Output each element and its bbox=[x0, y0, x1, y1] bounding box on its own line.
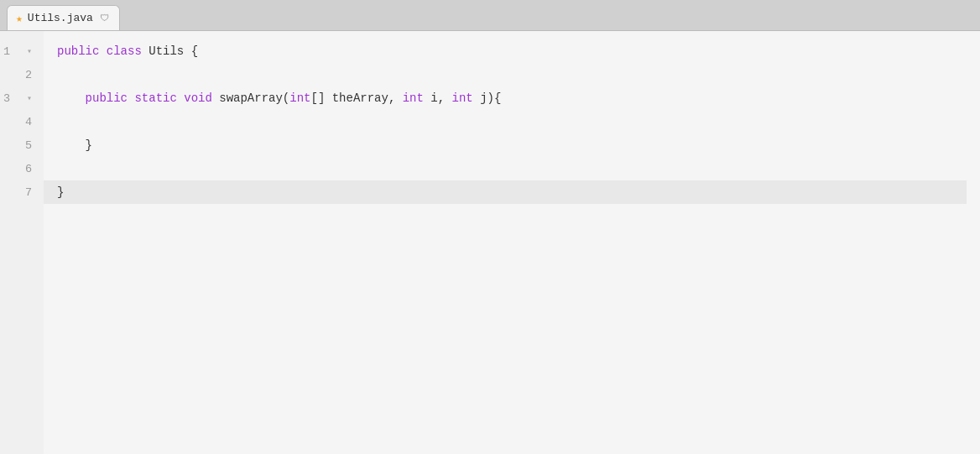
method-name: swapArray( bbox=[219, 86, 289, 110]
code-line-3: public static void swapArray(int[] theAr… bbox=[57, 86, 980, 110]
indent-3 bbox=[57, 86, 86, 110]
line-num-label: 7 bbox=[25, 186, 32, 199]
line-num-label: 3 bbox=[3, 92, 10, 105]
tab-filename: Utils.java bbox=[28, 12, 93, 24]
type-int-3: int bbox=[452, 86, 481, 110]
code-line-5: } bbox=[57, 133, 980, 157]
line-num-label: 4 bbox=[25, 116, 32, 128]
code-line-1: public class Utils { bbox=[57, 39, 980, 63]
code-line-7: } bbox=[44, 180, 967, 204]
keyword-void: void bbox=[184, 86, 219, 110]
type-int-1: int bbox=[289, 86, 310, 110]
code-line-2 bbox=[57, 63, 980, 86]
closing-brace-method: } bbox=[57, 133, 92, 157]
line-number-7: 7 bbox=[0, 180, 37, 204]
code-line-4 bbox=[57, 110, 980, 133]
line-number-2: 2 bbox=[0, 63, 37, 86]
type-int-2: int bbox=[403, 86, 431, 110]
keyword-public-3: public bbox=[86, 86, 135, 110]
editor-body: 1 ▾ 2 3 ▾ 4 5 6 7 bbox=[0, 30, 980, 454]
param-i: i, bbox=[430, 86, 451, 110]
class-name: Utils { bbox=[149, 39, 198, 63]
closing-brace-class: } bbox=[57, 180, 64, 204]
keyword-public-1: public bbox=[57, 39, 107, 63]
line-numbers: 1 ▾ 2 3 ▾ 4 5 6 7 bbox=[0, 31, 44, 454]
line-num-label: 5 bbox=[25, 139, 32, 152]
code-line-6 bbox=[57, 157, 980, 180]
modified-icon: 🛡 bbox=[100, 13, 109, 23]
keyword-class: class bbox=[107, 39, 149, 63]
line-number-4: 4 bbox=[0, 110, 37, 133]
tab-bar: ★ Utils.java 🛡 bbox=[0, 0, 980, 30]
line-num-label: 2 bbox=[25, 69, 32, 81]
line-num-label: 6 bbox=[25, 163, 32, 175]
line-num-label: 1 bbox=[3, 45, 10, 58]
code-area[interactable]: public class Utils { public static void … bbox=[44, 31, 980, 454]
line-number-6: 6 bbox=[0, 157, 37, 180]
line-number-1: 1 ▾ bbox=[0, 39, 37, 63]
line-number-5: 5 bbox=[0, 133, 37, 157]
param-j: j){ bbox=[480, 86, 501, 110]
param-array: [] theArray, bbox=[310, 86, 402, 110]
file-tab[interactable]: ★ Utils.java 🛡 bbox=[7, 5, 120, 30]
fold-arrow-1[interactable]: ▾ bbox=[27, 46, 32, 56]
line-number-3: 3 ▾ bbox=[0, 86, 37, 110]
editor-container: ★ Utils.java 🛡 1 ▾ 2 3 ▾ 4 5 bbox=[0, 0, 980, 454]
keyword-static: static bbox=[134, 86, 184, 110]
star-icon: ★ bbox=[16, 12, 23, 25]
fold-arrow-3[interactable]: ▾ bbox=[27, 93, 32, 103]
